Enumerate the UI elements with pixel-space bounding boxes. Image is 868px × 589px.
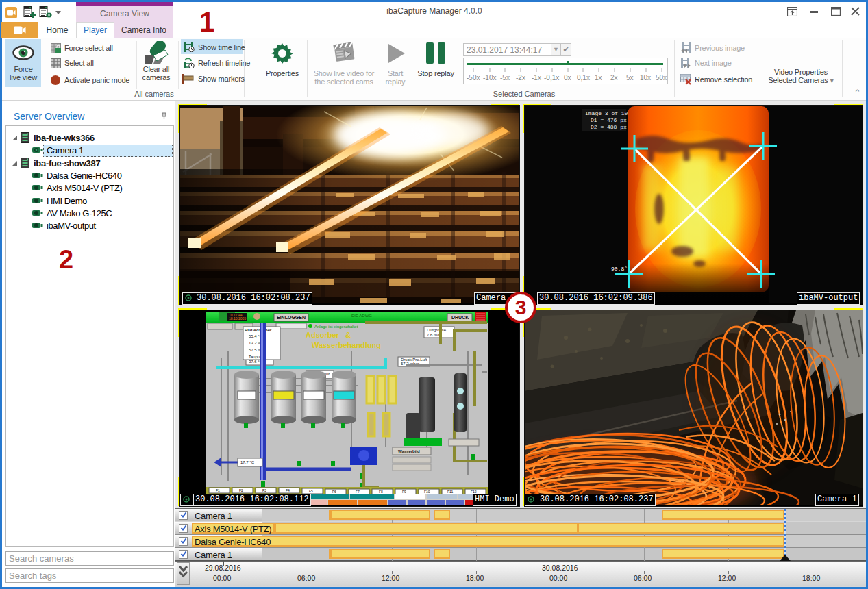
- svg-text:Wasserbild: Wasserbild: [398, 449, 420, 453]
- svg-text:Wasserbehandlung: Wasserbehandlung: [312, 341, 381, 349]
- svg-text:D2 = 488 px: D2 = 488 px: [591, 124, 627, 130]
- svg-text:DRUCK: DRUCK: [451, 315, 469, 320]
- svg-text:90.8°: 90.8°: [611, 266, 628, 272]
- svg-text:Bild Adsorber: Bild Adsorber: [245, 328, 272, 332]
- svg-text:F11: F11: [447, 490, 453, 494]
- svg-text:F7: F7: [356, 490, 360, 494]
- svg-text:Image 3 of 10: Image 3 of 10: [585, 110, 628, 116]
- svg-text:18.10.2005: 18.10.2005: [229, 316, 246, 321]
- svg-text:F8: F8: [379, 490, 383, 494]
- svg-text:Anlage ist eingeschaltet: Anlage ist eingeschaltet: [314, 325, 358, 329]
- svg-text:17.7 °C: 17.7 °C: [240, 460, 255, 464]
- svg-text:F1: F1: [216, 488, 220, 492]
- svg-text:Luftgrosse: Luftgrosse: [427, 328, 447, 332]
- svg-text:Adsorber &: Adsorber &: [306, 331, 351, 339]
- svg-text:F4: F4: [286, 488, 290, 492]
- svg-text:D1 = 476 px: D1 = 476 px: [591, 117, 627, 123]
- svg-text:F2: F2: [239, 488, 243, 492]
- svg-text:7.6 m/s: 7.6 m/s: [427, 333, 441, 337]
- svg-text:F5: F5: [309, 489, 313, 493]
- svg-text:F3: F3: [262, 488, 266, 492]
- svg-text:DIE ADWG: DIE ADWG: [351, 314, 372, 318]
- svg-text:F9: F9: [402, 490, 406, 494]
- svg-text:F10: F10: [424, 490, 430, 494]
- svg-text:EINLOGGEN: EINLOGGEN: [277, 315, 306, 320]
- svg-text:F6: F6: [332, 490, 336, 494]
